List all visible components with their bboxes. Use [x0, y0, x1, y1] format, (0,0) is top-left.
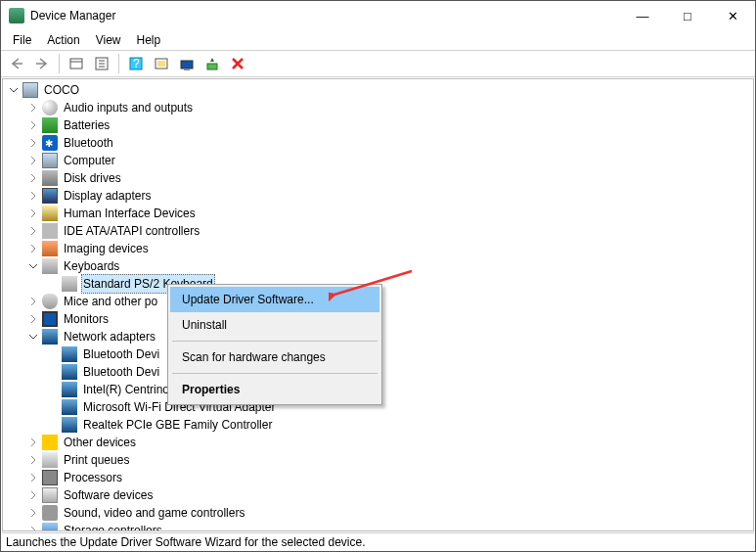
sound-icon: [42, 505, 58, 521]
mouse-icon: [42, 294, 58, 309]
tree-category[interactable]: Disk drives: [3, 169, 753, 187]
expand-icon[interactable]: [26, 101, 40, 115]
minimize-button[interactable]: —: [620, 1, 665, 30]
tree-category[interactable]: Bluetooth: [3, 134, 753, 152]
maximize-button[interactable]: □: [665, 1, 710, 30]
expander-spacer: [46, 365, 60, 379]
expand-icon[interactable]: [26, 224, 40, 238]
properties-button[interactable]: [90, 52, 113, 75]
net-icon: [62, 417, 77, 433]
monitor-icon: [42, 311, 58, 327]
tree-device[interactable]: Realtek PCIe GBE Family Controller: [3, 416, 753, 434]
tree-category[interactable]: Keyboards: [3, 257, 753, 275]
tree-category[interactable]: IDE ATA/ATAPI controllers: [3, 222, 753, 240]
computer-icon: [22, 82, 38, 98]
tree-item-label: Storage controllers: [62, 522, 164, 530]
tree-category[interactable]: Processors: [3, 469, 753, 486]
expander-spacer: [46, 400, 60, 414]
tree-item-label: Disk drives: [62, 169, 123, 187]
tree-item-label: COCO: [42, 81, 81, 99]
titlebar: Device Manager — □ ✕: [1, 1, 755, 30]
tree-item-label: Realtek PCIe GBE Family Controller: [81, 416, 274, 434]
expand-icon[interactable]: [26, 436, 40, 449]
menubar: File Action View Help: [1, 30, 755, 50]
tree-category[interactable]: Audio inputs and outputs: [3, 99, 753, 116]
expand-icon[interactable]: [26, 506, 40, 520]
menu-action[interactable]: Action: [39, 31, 87, 49]
context-menu-item[interactable]: Uninstall: [170, 312, 379, 338]
menu-file[interactable]: File: [5, 31, 39, 49]
tree-root[interactable]: COCO: [3, 81, 753, 99]
collapse-icon[interactable]: [26, 330, 40, 344]
tree-item-label: Display adapters: [62, 187, 153, 205]
menu-view[interactable]: View: [88, 31, 129, 49]
expand-icon[interactable]: [26, 207, 40, 220]
expand-icon[interactable]: [26, 242, 40, 255]
update-driver-button[interactable]: [175, 52, 199, 75]
tree-item-label: Human Interface Devices: [62, 205, 198, 222]
expand-icon[interactable]: [26, 453, 40, 467]
storage-icon: [42, 523, 58, 530]
keyboard-icon: [42, 258, 58, 274]
close-button[interactable]: ✕: [710, 1, 755, 30]
expand-icon[interactable]: [26, 136, 40, 150]
tree-category[interactable]: Human Interface Devices: [3, 205, 753, 222]
expand-icon[interactable]: [26, 488, 40, 502]
context-menu-item[interactable]: Properties: [170, 377, 379, 402]
context-menu-item[interactable]: Update Driver Software...: [170, 287, 379, 312]
tree-category[interactable]: Print queues: [3, 451, 753, 469]
tree-item-label: Keyboards: [62, 257, 121, 275]
expand-icon[interactable]: [26, 295, 40, 308]
menu-help[interactable]: Help: [129, 31, 169, 49]
tree-category[interactable]: Batteries: [3, 116, 753, 134]
context-menu-separator: [172, 373, 378, 374]
tree-item-label: Computer: [62, 152, 117, 169]
net-icon: [62, 399, 77, 415]
context-menu-item[interactable]: Scan for hardware changes: [170, 345, 379, 370]
display-icon: [42, 188, 58, 204]
tree-category[interactable]: Display adapters: [3, 187, 753, 205]
expand-icon[interactable]: [26, 171, 40, 185]
tree-item-label: Software devices: [62, 486, 155, 504]
toolbar: ?: [1, 50, 755, 77]
svg-rect-9: [157, 61, 165, 67]
tree-category[interactable]: Imaging devices: [3, 240, 753, 257]
uninstall-button[interactable]: [200, 52, 224, 75]
help-button[interactable]: ?: [124, 52, 148, 75]
tree-item-label: Mice and other po: [62, 293, 159, 310]
expand-icon[interactable]: [26, 471, 40, 484]
show-hidden-button[interactable]: [65, 52, 88, 75]
expand-icon[interactable]: [26, 524, 40, 530]
app-icon: [9, 8, 24, 23]
net-icon: [62, 364, 77, 380]
back-button[interactable]: [5, 52, 28, 75]
scan-button[interactable]: [150, 52, 173, 75]
tree-category[interactable]: Sound, video and game controllers: [3, 504, 753, 522]
context-menu-separator: [172, 341, 378, 342]
tree-item-label: Sound, video and game controllers: [62, 504, 246, 522]
tree-item-label: Bluetooth: [62, 134, 115, 152]
forward-button[interactable]: [30, 52, 54, 75]
audio-icon: [42, 100, 58, 115]
context-menu: Update Driver Software...UninstallScan f…: [167, 284, 382, 405]
expand-icon[interactable]: [26, 189, 40, 203]
tree-item-label: IDE ATA/ATAPI controllers: [62, 222, 201, 240]
collapse-icon[interactable]: [26, 259, 40, 273]
tree-category[interactable]: Storage controllers: [3, 522, 753, 530]
tree-category[interactable]: Other devices: [3, 434, 753, 451]
tree-item-label: Other devices: [62, 434, 138, 451]
expand-icon[interactable]: [26, 118, 40, 132]
expand-icon[interactable]: [26, 154, 40, 167]
tree-item-label: Bluetooth Devi: [81, 363, 161, 381]
svg-rect-12: [207, 64, 217, 69]
delete-button[interactable]: [226, 52, 249, 75]
imaging-icon: [42, 241, 58, 256]
net-icon: [42, 329, 58, 345]
expand-icon[interactable]: [26, 312, 40, 326]
tree-item-label: Monitors: [62, 310, 111, 328]
tree-category[interactable]: Computer: [3, 152, 753, 169]
bt-icon: [42, 135, 58, 151]
collapse-icon[interactable]: [7, 83, 21, 97]
svg-text:?: ?: [133, 57, 140, 70]
tree-category[interactable]: Software devices: [3, 486, 753, 504]
